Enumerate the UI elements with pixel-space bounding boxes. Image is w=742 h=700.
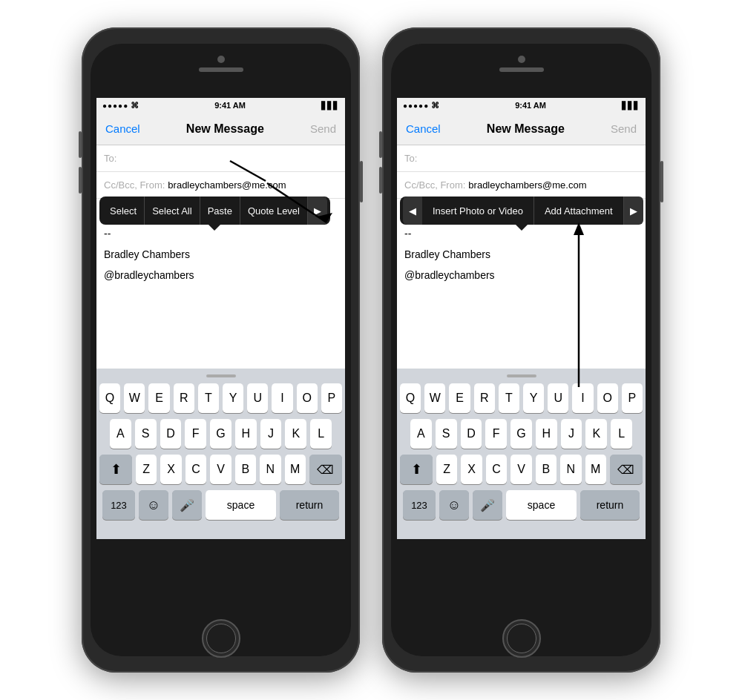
key-num-2[interactable]: 123 bbox=[403, 490, 436, 520]
key-i-2[interactable]: I bbox=[572, 383, 593, 413]
key-c-1[interactable]: C bbox=[186, 455, 206, 484]
key-return-1[interactable]: return bbox=[280, 490, 339, 520]
key-s-1[interactable]: S bbox=[135, 419, 157, 449]
popup-paste-1[interactable]: Paste bbox=[200, 197, 240, 225]
key-num-1[interactable]: 123 bbox=[102, 490, 135, 520]
kb-row-1-1: Q W E R T Y U I O P bbox=[99, 383, 342, 413]
key-o-1[interactable]: O bbox=[297, 383, 318, 413]
kb-divider-1 bbox=[206, 374, 236, 377]
key-r-1[interactable]: R bbox=[174, 383, 194, 413]
key-e-2[interactable]: E bbox=[449, 383, 470, 413]
popup-quote-level-1[interactable]: Quote Level bbox=[240, 197, 308, 225]
home-btn-1[interactable] bbox=[202, 619, 240, 658]
popup-insert-photo-2[interactable]: Insert Photo or Video bbox=[422, 197, 534, 225]
key-m-2[interactable]: M bbox=[585, 455, 606, 484]
to-field-1[interactable]: To: bbox=[96, 145, 345, 172]
send-button-1[interactable]: Send bbox=[310, 122, 336, 135]
key-m-1[interactable]: M bbox=[285, 455, 306, 484]
key-d-1[interactable]: D bbox=[160, 419, 182, 449]
key-t-1[interactable]: T bbox=[198, 383, 219, 413]
key-emoji-1[interactable]: ☺ bbox=[139, 490, 168, 520]
key-l-1[interactable]: L bbox=[310, 419, 332, 449]
time-2: 9:41 AM bbox=[515, 101, 546, 110]
key-mic-1[interactable]: 🎤 bbox=[172, 490, 202, 520]
speaker-1 bbox=[199, 67, 243, 72]
status-bar-1: ●●●●● ⌘ 9:41 AM ▋▋▋ bbox=[96, 98, 345, 113]
key-h-1[interactable]: H bbox=[235, 419, 257, 449]
power-btn-1 bbox=[360, 161, 363, 202]
key-r-2[interactable]: R bbox=[474, 383, 495, 413]
key-return-2[interactable]: return bbox=[580, 490, 640, 520]
home-btn-2[interactable] bbox=[502, 619, 541, 658]
key-z-1[interactable]: Z bbox=[136, 455, 157, 484]
key-q-1[interactable]: Q bbox=[99, 383, 120, 413]
popup-arrow-left-2[interactable]: ◀ bbox=[403, 197, 422, 225]
key-h-2[interactable]: H bbox=[536, 419, 557, 449]
ccbcc-field-1[interactable]: Cc/Bcc, From: bradleychambers@me.com bbox=[96, 172, 345, 199]
send-button-2[interactable]: Send bbox=[611, 122, 637, 135]
nav-bar-1: Cancel New Message Send bbox=[96, 113, 345, 145]
wifi-icon-1: ⌘ bbox=[131, 101, 139, 110]
key-w-2[interactable]: W bbox=[424, 383, 445, 413]
key-v-1[interactable]: V bbox=[210, 455, 231, 484]
key-shift-2[interactable]: ⬆ bbox=[400, 455, 433, 484]
cancel-button-1[interactable]: Cancel bbox=[105, 122, 140, 135]
camera-dot-1 bbox=[217, 56, 225, 63]
key-b-1[interactable]: B bbox=[235, 455, 256, 484]
popup-select-all-1[interactable]: Select All bbox=[145, 197, 200, 225]
cancel-button-2[interactable]: Cancel bbox=[406, 122, 441, 135]
key-a-1[interactable]: A bbox=[110, 419, 131, 449]
key-t-2[interactable]: T bbox=[499, 383, 519, 413]
key-a-2[interactable]: A bbox=[410, 419, 432, 449]
key-c-2[interactable]: C bbox=[486, 455, 507, 484]
key-i-1[interactable]: I bbox=[272, 383, 292, 413]
key-j-2[interactable]: J bbox=[561, 419, 582, 449]
key-o-2[interactable]: O bbox=[597, 383, 618, 413]
key-g-2[interactable]: G bbox=[510, 419, 532, 449]
key-b-2[interactable]: B bbox=[536, 455, 556, 484]
key-x-2[interactable]: X bbox=[461, 455, 482, 484]
to-field-2[interactable]: To: bbox=[397, 145, 646, 172]
key-s-2[interactable]: S bbox=[436, 419, 457, 449]
popup-arrow-1[interactable]: ▶ bbox=[308, 197, 327, 225]
status-right-1: ▋▋▋ bbox=[321, 102, 339, 110]
key-f-2[interactable]: F bbox=[485, 419, 507, 449]
popup-menu-1: Select Select All Paste Quote Level ▶ bbox=[99, 197, 330, 225]
key-k-2[interactable]: K bbox=[585, 419, 607, 449]
key-n-2[interactable]: N bbox=[560, 455, 581, 484]
key-f-1[interactable]: F bbox=[185, 419, 206, 449]
key-delete-1[interactable]: ⌫ bbox=[309, 455, 342, 484]
key-k-1[interactable]: K bbox=[285, 419, 306, 449]
ccbcc-field-2[interactable]: Cc/Bcc, From: bradleychambers@me.com bbox=[397, 172, 646, 199]
key-space-1[interactable]: space bbox=[206, 490, 276, 520]
key-shift-1[interactable]: ⬆ bbox=[99, 455, 132, 484]
key-u-1[interactable]: U bbox=[247, 383, 268, 413]
key-space-2[interactable]: space bbox=[506, 490, 577, 520]
key-y-2[interactable]: Y bbox=[523, 383, 544, 413]
key-u-2[interactable]: U bbox=[548, 383, 568, 413]
key-n-1[interactable]: N bbox=[260, 455, 280, 484]
key-p-2[interactable]: P bbox=[622, 383, 643, 413]
key-x-1[interactable]: X bbox=[160, 455, 181, 484]
key-j-1[interactable]: J bbox=[260, 419, 282, 449]
key-mic-2[interactable]: 🎤 bbox=[473, 490, 502, 520]
popup-select-1[interactable]: Select bbox=[102, 197, 145, 225]
key-y-1[interactable]: Y bbox=[223, 383, 243, 413]
key-e-1[interactable]: E bbox=[148, 383, 169, 413]
key-g-1[interactable]: G bbox=[210, 419, 232, 449]
key-v-2[interactable]: V bbox=[510, 455, 531, 484]
key-delete-2[interactable]: ⌫ bbox=[610, 455, 643, 484]
popup-arrow-right-2[interactable]: ▶ bbox=[624, 197, 643, 225]
kb-divider-2 bbox=[507, 374, 536, 377]
popup-add-attachment-2[interactable]: Add Attachment bbox=[534, 197, 624, 225]
key-emoji-2[interactable]: ☺ bbox=[439, 490, 469, 520]
key-l-2[interactable]: L bbox=[611, 419, 632, 449]
key-d-2[interactable]: D bbox=[461, 419, 482, 449]
key-p-1[interactable]: P bbox=[321, 383, 342, 413]
status-bar-2: ●●●●● ⌘ 9:41 AM ▋▋▋ bbox=[397, 98, 646, 113]
key-w-1[interactable]: W bbox=[124, 383, 145, 413]
nav-bar-2: Cancel New Message Send bbox=[397, 113, 646, 145]
status-left-1: ●●●●● ⌘ bbox=[102, 101, 139, 110]
key-z-2[interactable]: Z bbox=[436, 455, 457, 484]
key-q-2[interactable]: Q bbox=[400, 383, 421, 413]
